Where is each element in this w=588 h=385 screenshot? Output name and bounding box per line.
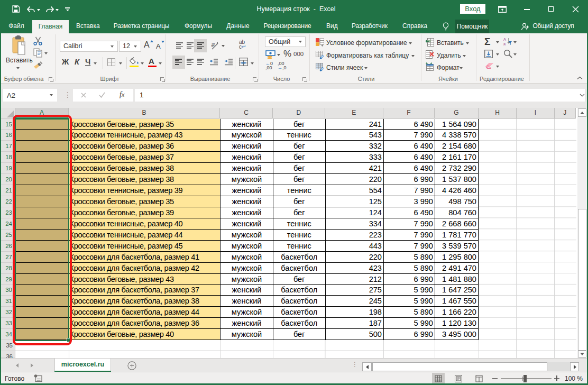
svg-text:ab: ab: [211, 41, 216, 48]
svg-text:я: я: [503, 42, 506, 46]
svg-text:А: А: [503, 37, 506, 42]
